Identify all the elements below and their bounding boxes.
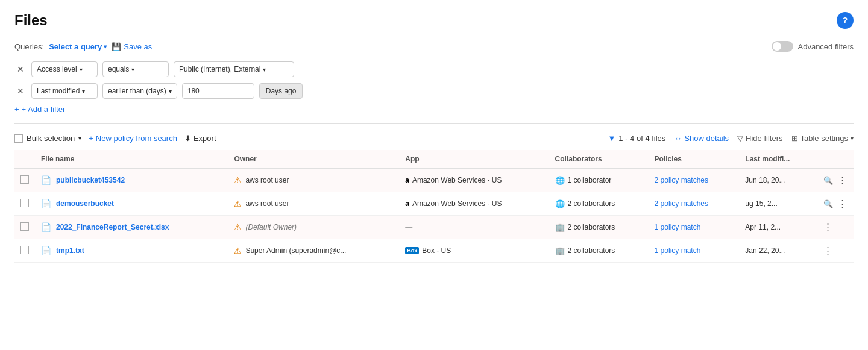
chevron-down-icon: ▾ [78, 135, 81, 142]
col-header-actions [817, 150, 854, 169]
export-button[interactable]: ⬇ Export [184, 134, 216, 143]
filter-1-field-select[interactable]: Access level ▾ [31, 61, 98, 77]
file-name[interactable]: publicbucket453542 [56, 176, 125, 184]
funnel-icon: ▼ [608, 134, 615, 143]
collaborators-count: 1 collaborator [568, 176, 612, 184]
more-options-icon[interactable]: ⋮ [838, 198, 847, 209]
app-cell: Box Box - US [405, 246, 542, 255]
row-checkbox[interactable] [20, 199, 29, 207]
row-actions: ⋮ [823, 245, 848, 256]
col-header-app: App [399, 150, 549, 169]
file-name-cell: 📄 tmp1.txt [41, 246, 222, 255]
collaborators-cell: 🌐 1 collaborator [555, 176, 643, 185]
last-modified-value: Jun 18, 20... [745, 176, 785, 184]
select-query-button[interactable]: Select a query ▾ [49, 42, 107, 51]
chevron-down-icon: ▾ [104, 43, 107, 50]
building-icon: 🏢 [555, 223, 565, 232]
owner-cell: ⚠ (Default Owner) [234, 222, 393, 232]
filter-2-remove-button[interactable]: ✕ [14, 86, 27, 96]
table-icon: ⊞ [791, 134, 798, 143]
col-header-filename: File name [35, 150, 228, 169]
filter-1-value-select[interactable]: Public (Internet), External ▾ [174, 61, 294, 77]
owner-name: (Default Owner) [245, 223, 297, 231]
advanced-filters-toggle[interactable] [772, 41, 793, 52]
owner-cell: ⚠ Super Admin (superadmin@c... [234, 246, 393, 255]
table-settings-button[interactable]: ⊞ Table settings ▾ [791, 134, 854, 143]
col-header-policies: Policies [649, 150, 740, 169]
files-table: File name Owner App Collaborators Polici… [14, 150, 854, 263]
bulk-selection-button[interactable]: Bulk selection ▾ [14, 134, 81, 143]
plus-icon: + [14, 105, 19, 114]
amazon-icon: a [405, 199, 409, 208]
globe-icon: 🌐 [555, 199, 565, 208]
show-details-button[interactable]: ↔ Show details [674, 134, 729, 143]
help-button[interactable]: ? [837, 12, 854, 29]
section-divider [14, 123, 854, 124]
collaborators-cell: 🏢 2 collaborators [555, 223, 643, 232]
file-icon: 📄 [41, 175, 51, 185]
table-row: 📄 tmp1.txt ⚠ Super Admin (superadmin@c..… [14, 239, 854, 263]
collaborators-cell: 🏢 2 collaborators [555, 246, 643, 255]
table-row: 📄 2022_FinanceReport_Secret.xlsx ⚠ (Defa… [14, 216, 854, 239]
file-name[interactable]: tmp1.txt [56, 246, 84, 255]
row-actions: 🔍 ⋮ [823, 198, 848, 209]
chevron-down-icon: ▾ [82, 88, 85, 95]
col-header-collaborators: Collaborators [549, 150, 649, 169]
chevron-down-icon: ▾ [263, 66, 266, 73]
policies-link[interactable]: 2 policy matches [655, 199, 708, 208]
app-name: Box - US [422, 246, 451, 255]
chevron-down-icon: ▾ [169, 88, 172, 95]
collaborators-count: 2 collaborators [568, 223, 615, 231]
row-checkbox[interactable] [20, 222, 29, 231]
queries-label: Queries: [14, 42, 44, 51]
last-modified-value: Jan 22, 20... [745, 246, 785, 255]
amazon-icon: a [405, 176, 409, 184]
filter-2-days-input[interactable] [182, 83, 254, 99]
warning-icon: ⚠ [234, 175, 242, 185]
filter-row-2: ✕ Last modified ▾ earlier than (days) ▾ … [14, 83, 854, 99]
filter-1-remove-button[interactable]: ✕ [14, 64, 27, 74]
policies-link[interactable]: 1 policy match [655, 246, 701, 255]
hide-filters-button[interactable]: ▽ Hide filters [737, 134, 782, 143]
row-checkbox[interactable] [20, 175, 29, 184]
app-cell: a Amazon Web Services - US [405, 176, 542, 184]
more-options-icon[interactable]: ⋮ [838, 175, 847, 186]
more-options-icon[interactable]: ⋮ [823, 245, 832, 256]
policies-link[interactable]: 1 policy match [655, 223, 701, 231]
warning-icon: ⚠ [234, 222, 242, 232]
more-options-icon[interactable]: ⋮ [823, 222, 832, 233]
file-name-cell: 📄 2022_FinanceReport_Secret.xlsx [41, 222, 222, 232]
chevron-down-icon: ▾ [80, 66, 83, 73]
filter-2-operator-select[interactable]: earlier than (days) ▾ [102, 83, 177, 99]
search-row-icon[interactable]: 🔍 [823, 199, 833, 208]
filter-row-1: ✕ Access level ▾ equals ▾ Public (Intern… [14, 61, 854, 77]
days-ago-button[interactable]: Days ago [259, 83, 303, 99]
table-row: 📄 publicbucket453542 ⚠ aws root user a A… [14, 169, 854, 192]
file-name-cell: 📄 publicbucket453542 [41, 175, 222, 185]
owner-name: Super Admin (superadmin@c... [245, 246, 346, 255]
save-icon: 💾 [112, 42, 121, 51]
file-name[interactable]: 2022_FinanceReport_Secret.xlsx [56, 223, 169, 231]
chevron-down-icon: ▾ [851, 135, 854, 142]
save-as-button[interactable]: 💾 Save as [112, 42, 152, 51]
file-name[interactable]: demouserbucket [56, 199, 114, 208]
chevron-down-icon: ▾ [131, 66, 134, 73]
file-icon: 📄 [41, 199, 51, 208]
building-icon: 🏢 [555, 246, 565, 255]
new-policy-button[interactable]: + New policy from search [89, 134, 177, 143]
file-icon: 📄 [41, 222, 51, 232]
filter-2-field-select[interactable]: Last modified ▾ [31, 83, 98, 99]
last-modified-value: Apr 11, 2... [745, 223, 781, 231]
advanced-filters-label: Advanced filters [798, 42, 854, 51]
collaborators-count: 2 collaborators [568, 199, 615, 208]
add-filter-button[interactable]: + + Add a filter [14, 105, 65, 114]
download-icon: ⬇ [184, 134, 191, 143]
owner-cell: ⚠ aws root user [234, 175, 393, 185]
file-name-cell: 📄 demouserbucket [41, 199, 222, 208]
app-cell: a Amazon Web Services - US [405, 199, 542, 208]
warning-icon: ⚠ [234, 199, 242, 208]
filter-1-operator-select[interactable]: equals ▾ [102, 61, 169, 77]
row-checkbox[interactable] [20, 246, 29, 254]
search-row-icon[interactable]: 🔍 [823, 176, 833, 185]
policies-link[interactable]: 2 policy matches [655, 176, 708, 184]
